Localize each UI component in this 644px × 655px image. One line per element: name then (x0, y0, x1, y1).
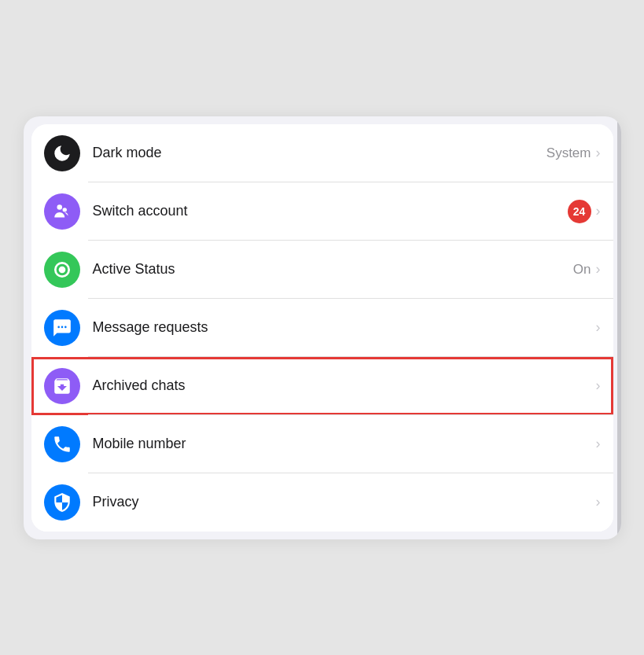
menu-item-mobile-number[interactable]: Mobile number › (31, 415, 613, 473)
switch-account-icon (52, 201, 72, 222)
menu-item-dark-mode[interactable]: Dark mode System › (31, 124, 613, 182)
scrollbar[interactable] (617, 116, 621, 539)
active-status-icon-circle (44, 252, 80, 288)
svg-point-2 (58, 266, 65, 273)
active-status-icon (52, 259, 72, 280)
mobile-number-icon-circle (44, 426, 80, 462)
menu-item-archived-chats[interactable]: Archived chats › (31, 357, 613, 415)
message-requests-right: › (596, 319, 601, 336)
privacy-right: › (596, 494, 601, 510)
archived-chats-chevron: › (596, 377, 601, 394)
dark-mode-icon-circle (44, 135, 80, 171)
svg-point-5 (61, 326, 63, 328)
menu-item-privacy[interactable]: Privacy › (31, 473, 613, 532)
dark-mode-value: System (546, 145, 591, 161)
message-requests-icon-circle (44, 310, 80, 346)
archived-chats-label: Archived chats (93, 377, 596, 394)
mobile-number-right: › (596, 436, 601, 452)
archived-chats-icon-circle (44, 368, 80, 404)
active-status-value: On (573, 262, 591, 278)
menu-list: Dark mode System › Switch account 24 › (31, 124, 613, 532)
privacy-icon (52, 492, 72, 513)
svg-point-1 (62, 208, 66, 212)
svg-point-4 (57, 326, 60, 328)
privacy-icon-circle (44, 484, 80, 521)
mobile-number-icon (52, 434, 72, 454)
menu-item-active-status[interactable]: Active Status On › (31, 241, 613, 299)
mobile-number-label: Mobile number (93, 436, 596, 452)
switch-account-icon-circle (44, 193, 80, 230)
active-status-label: Active Status (93, 261, 573, 278)
dark-mode-right: System › (546, 145, 601, 161)
archived-chats-icon (52, 376, 72, 396)
menu-item-switch-account[interactable]: Switch account 24 › (31, 182, 613, 241)
svg-point-6 (64, 326, 67, 328)
active-status-chevron: › (596, 261, 601, 278)
privacy-chevron: › (596, 494, 601, 510)
switch-account-badge: 24 (568, 200, 591, 223)
dark-mode-icon (52, 143, 72, 164)
message-requests-chevron: › (596, 319, 601, 336)
archived-chats-right: › (596, 377, 601, 394)
mobile-number-chevron: › (596, 436, 601, 452)
switch-account-right: 24 › (568, 200, 601, 223)
dark-mode-chevron: › (596, 145, 601, 161)
message-requests-label: Message requests (93, 319, 596, 336)
message-requests-icon (52, 318, 72, 338)
settings-panel: Dark mode System › Switch account 24 › (24, 116, 621, 539)
switch-account-label: Switch account (93, 203, 568, 219)
svg-point-0 (57, 204, 62, 210)
menu-item-message-requests[interactable]: Message requests › (31, 299, 613, 357)
switch-account-chevron: › (596, 203, 601, 219)
active-status-right: On › (573, 261, 601, 278)
privacy-label: Privacy (93, 494, 596, 510)
dark-mode-label: Dark mode (93, 145, 546, 161)
